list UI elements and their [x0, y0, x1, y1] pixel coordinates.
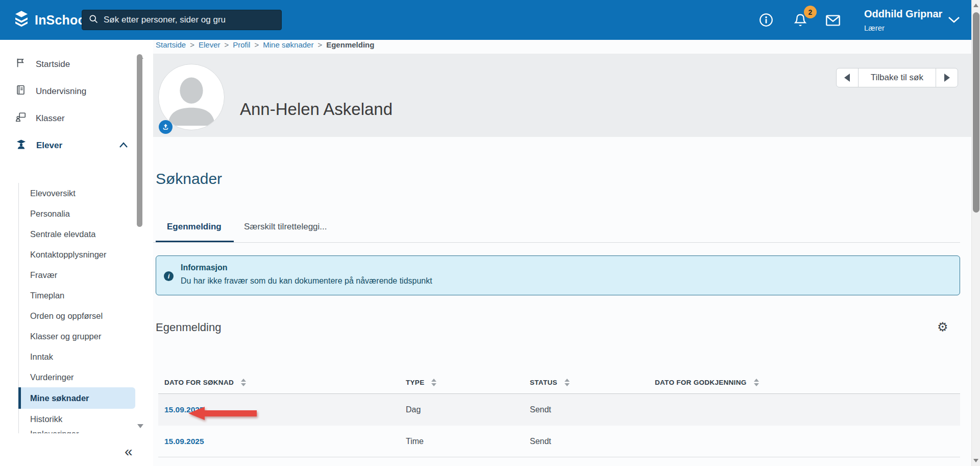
- sidebar-item-label: Elever: [36, 141, 62, 151]
- breadcrumb-link-startside[interactable]: Startside: [156, 40, 186, 49]
- breadcrumb-link-profil[interactable]: Profil: [233, 40, 250, 49]
- info-circle-icon: i: [164, 271, 174, 281]
- sidebar-item-elever[interactable]: Elever: [0, 132, 135, 159]
- previous-student-button[interactable]: [836, 68, 859, 87]
- table-settings-gear-icon[interactable]: ⚙: [937, 320, 948, 334]
- breadcrumb-separator: >: [254, 40, 259, 49]
- sort-icon[interactable]: [754, 379, 759, 386]
- search-icon: [88, 14, 99, 26]
- page-title: Søknader: [156, 170, 222, 188]
- back-to-search-group: Tilbake til søk: [836, 68, 958, 87]
- tabs-divider: [153, 242, 960, 243]
- sidebar-subitem-klasser-og-grupper[interactable]: Klasser og grupper: [19, 326, 135, 346]
- sidebar-subitem-historikk[interactable]: Historikk: [19, 409, 135, 429]
- sidebar-item-startside[interactable]: Startside: [0, 51, 135, 78]
- sidebar-subitem-orden-og-oppforsel[interactable]: Orden og oppførsel: [19, 306, 135, 326]
- application-status: Sendt: [530, 405, 655, 414]
- user-name[interactable]: Oddhild Gripnar: [864, 8, 946, 20]
- sidebar-subitem-timeplan[interactable]: Timeplan: [19, 285, 135, 306]
- arrow-left-icon: [844, 74, 850, 82]
- user-menu-chevron-down-icon[interactable]: [947, 15, 961, 27]
- breadcrumb-separator: >: [225, 40, 229, 49]
- info-alert: i Informasjon Du har ikke fravær som du …: [156, 255, 960, 295]
- table-row: 15.09.2025 Time Sendt: [158, 426, 960, 457]
- sidebar-item-label: Startside: [36, 59, 70, 69]
- student-name: Ann-Helen Askeland: [240, 100, 393, 119]
- tab-egenmelding[interactable]: Egenmelding: [167, 222, 222, 232]
- breadcrumb-link-elever[interactable]: Elever: [199, 40, 220, 49]
- main-content: Startside > Elever > Profil > Mine søkna…: [153, 40, 971, 466]
- notification-count-badge[interactable]: 2: [804, 6, 817, 18]
- chevron-up-icon: [119, 141, 128, 151]
- application-type: Dag: [406, 405, 530, 414]
- sidebar-collapse-button[interactable]: «: [125, 444, 133, 460]
- search-input[interactable]: [104, 15, 275, 25]
- user-role: Lærer: [864, 24, 885, 32]
- app-logo[interactable]: InSchool: [12, 10, 89, 30]
- scrollbar-down-icon[interactable]: [973, 459, 978, 462]
- book-icon: [15, 84, 27, 98]
- student-icon: [15, 138, 27, 153]
- sidebar-subitem-sentrale-elevdata[interactable]: Sentrale elevdata: [19, 224, 135, 244]
- breadcrumb-link-mine-soknader[interactable]: Mine søknader: [263, 40, 313, 49]
- sidebar-subitem-personalia[interactable]: Personalia: [19, 203, 135, 224]
- sidebar-item-label: Undervisning: [36, 86, 86, 97]
- column-header-status[interactable]: STATUS: [530, 379, 655, 386]
- breadcrumb-current: Egenmelding: [326, 40, 374, 49]
- sidebar-item-klasser[interactable]: Klasser: [0, 105, 135, 132]
- sort-icon[interactable]: [241, 379, 246, 386]
- sidebar-item-undervisning[interactable]: Undervisning: [0, 78, 135, 105]
- mail-icon[interactable]: [825, 12, 841, 29]
- page-scrollbar[interactable]: [971, 0, 980, 466]
- alert-message: Du har ikke fravær som du kan dokumenter…: [181, 276, 432, 286]
- inschool-stack-icon: [12, 10, 31, 30]
- arrow-right-icon: [944, 74, 950, 82]
- sidebar-subitem-clipped[interactable]: Innleveringer: [19, 429, 135, 433]
- table-row: 15.09.2025 Dag Sendt: [158, 394, 960, 426]
- sidebar-scroll-down-icon[interactable]: [137, 428, 143, 437]
- upload-photo-icon[interactable]: [159, 120, 173, 134]
- classroom-icon: [15, 111, 27, 125]
- sidebar-subitem-kontaktopplysninger[interactable]: Kontaktopplysninger: [19, 244, 135, 265]
- column-header-dato-for-godkjenning[interactable]: DATO FOR GODKJENNING: [655, 379, 960, 386]
- sidebar-subitem-mine-soknader[interactable]: Mine søknader: [18, 387, 135, 409]
- sidebar-nav: Startside Undervisning Klasser: [0, 40, 153, 466]
- sidebar-item-label: Klasser: [36, 113, 65, 124]
- table-section-title: Egenmelding: [156, 321, 221, 334]
- breadcrumb-separator: >: [190, 40, 194, 49]
- flag-icon: [15, 57, 27, 71]
- info-icon[interactable]: [758, 12, 775, 29]
- breadcrumb-separator: >: [317, 40, 322, 49]
- elever-submenu: Elevoversikt Personalia Sentrale elevdat…: [18, 183, 135, 433]
- back-to-search-button[interactable]: Tilbake til søk: [858, 68, 936, 87]
- sidebar-subitem-vurderinger[interactable]: Vurderinger: [19, 367, 135, 387]
- sort-icon[interactable]: [431, 379, 436, 386]
- application-type: Time: [406, 437, 530, 446]
- scrollbar-up-icon[interactable]: [973, 4, 978, 7]
- sidebar-scrollbar-thumb[interactable]: [137, 54, 142, 227]
- tab-saerskilt-tilrettelegging[interactable]: Særskilt tilretteleggi...: [244, 222, 327, 232]
- sidebar-subitem-inntak[interactable]: Inntak: [19, 346, 135, 367]
- applications-table: DATO FOR SØKNAD TYPE STATUS DATO FOR GOD…: [158, 371, 960, 457]
- global-search[interactable]: [82, 10, 282, 30]
- profile-header-band: Ann-Helen Askeland Tilbake til søk: [153, 54, 971, 137]
- page-scrollbar-thumb[interactable]: [973, 12, 979, 213]
- sidebar-subitem-elevoversikt[interactable]: Elevoversikt: [19, 183, 135, 203]
- application-status: Sendt: [530, 437, 655, 446]
- annotation-arrow-left-icon: [187, 406, 258, 423]
- table-header-row: DATO FOR SØKNAD TYPE STATUS DATO FOR GOD…: [158, 371, 960, 394]
- breadcrumb: Startside > Elever > Profil > Mine søkna…: [156, 40, 374, 49]
- next-student-button[interactable]: [936, 68, 958, 87]
- application-date-link[interactable]: 15.09.2025: [164, 437, 204, 446]
- column-header-type[interactable]: TYPE: [406, 379, 530, 386]
- sort-icon[interactable]: [565, 379, 570, 386]
- alert-title: Informasjon: [181, 263, 228, 272]
- sidebar-subitem-fravaer[interactable]: Fravær: [19, 265, 135, 285]
- column-header-dato-for-soknad[interactable]: DATO FOR SØKNAD: [158, 379, 406, 386]
- top-header: InSchool 2 Oddhild Gripnar Lærer: [0, 0, 980, 40]
